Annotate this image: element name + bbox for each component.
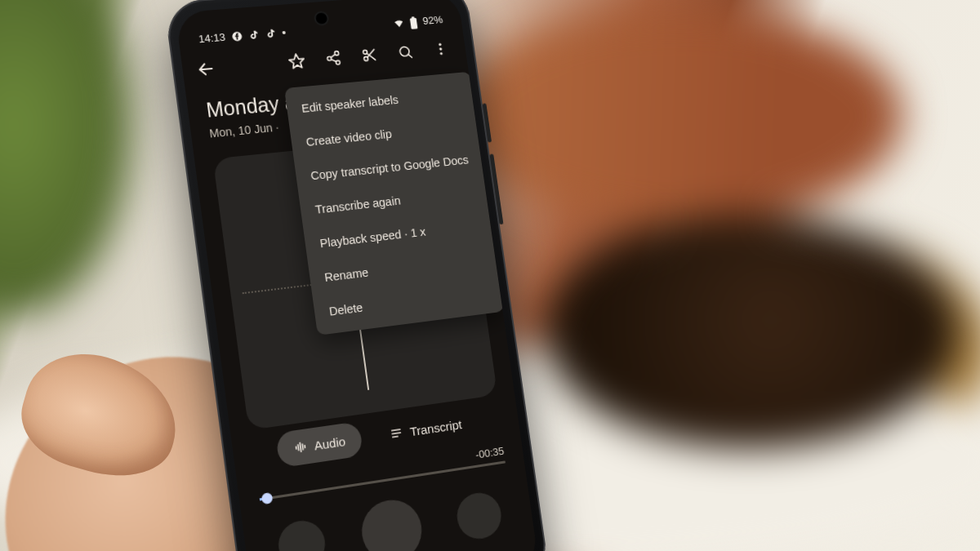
tab-audio-label: Audio bbox=[314, 433, 346, 452]
star-icon bbox=[287, 52, 306, 71]
tiktok-icon bbox=[247, 29, 261, 41]
svg-line-9 bbox=[332, 59, 336, 62]
svg-line-20 bbox=[298, 445, 299, 451]
crop-button[interactable] bbox=[350, 37, 389, 74]
play-button[interactable] bbox=[358, 495, 425, 551]
svg-point-18 bbox=[440, 52, 443, 55]
search-icon bbox=[396, 43, 414, 60]
overflow-button[interactable] bbox=[421, 30, 460, 67]
battery-icon bbox=[409, 16, 418, 28]
svg-marker-4 bbox=[288, 53, 305, 69]
tab-audio[interactable]: Audio bbox=[275, 421, 364, 468]
search-button[interactable] bbox=[385, 33, 425, 71]
tab-transcript[interactable]: Transcript bbox=[372, 405, 479, 454]
svg-line-3 bbox=[200, 69, 212, 69]
svg-line-25 bbox=[392, 433, 400, 434]
svg-point-17 bbox=[439, 47, 443, 50]
back-button[interactable] bbox=[185, 50, 226, 88]
rewind-button[interactable] bbox=[276, 518, 328, 551]
arrow-left-icon bbox=[196, 60, 216, 79]
share-button[interactable] bbox=[314, 39, 353, 77]
svg-point-7 bbox=[336, 60, 341, 64]
tiktok-icon bbox=[265, 27, 278, 39]
svg-rect-1 bbox=[410, 17, 418, 29]
svg-line-21 bbox=[300, 443, 301, 452]
forward-button[interactable] bbox=[454, 490, 504, 542]
overflow-menu: Edit speaker labels Create video clip Co… bbox=[284, 72, 505, 335]
svg-line-22 bbox=[302, 444, 303, 450]
time-remaining: -00:35 bbox=[474, 445, 505, 461]
svg-line-15 bbox=[408, 54, 412, 57]
scissors-icon bbox=[361, 47, 379, 64]
facebook-icon bbox=[230, 30, 243, 42]
battery-percent: 92% bbox=[422, 14, 443, 27]
favorite-button[interactable] bbox=[277, 42, 317, 81]
more-notifications-icon bbox=[282, 30, 285, 33]
scrubber-thumb[interactable] bbox=[261, 492, 274, 504]
svg-line-24 bbox=[392, 429, 400, 431]
audio-wave-icon bbox=[293, 440, 308, 455]
svg-rect-2 bbox=[412, 16, 414, 19]
tab-transcript-label: Transcript bbox=[409, 417, 463, 438]
wifi-icon bbox=[393, 17, 405, 29]
clock: 14:13 bbox=[198, 31, 226, 45]
share-icon bbox=[324, 50, 342, 67]
transcript-icon bbox=[390, 426, 404, 441]
more-vert-icon bbox=[432, 41, 449, 58]
svg-line-26 bbox=[393, 437, 398, 438]
phone: 14:13 bbox=[163, 0, 550, 551]
svg-point-16 bbox=[439, 43, 442, 46]
svg-line-8 bbox=[331, 55, 336, 58]
